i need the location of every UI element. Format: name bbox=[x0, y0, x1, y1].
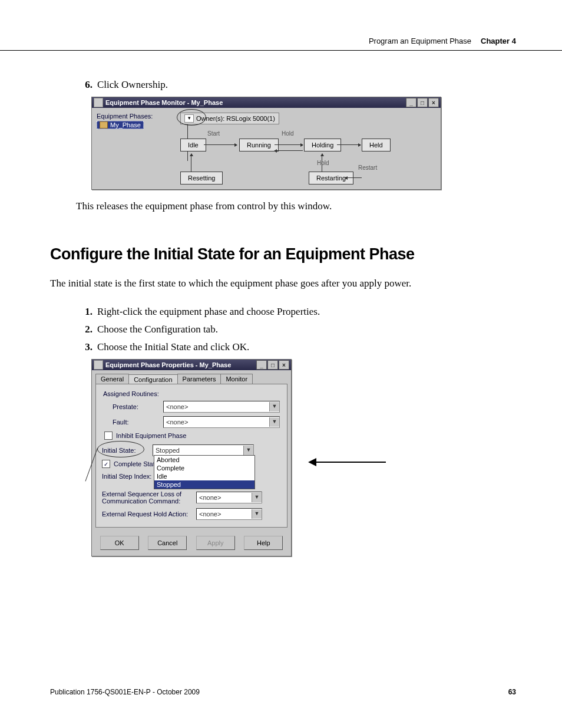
label-hold2: Hold bbox=[317, 160, 329, 166]
step-2-text: Choose the Configuration tab. bbox=[97, 324, 516, 335]
step-3-num: 3. bbox=[76, 341, 92, 353]
step-2: 2. Choose the Configuration tab. bbox=[76, 324, 516, 335]
complete-state-label: Complete State bbox=[114, 460, 158, 467]
option-complete[interactable]: Complete bbox=[154, 464, 254, 472]
fault-label: Fault: bbox=[103, 419, 163, 426]
initial-step-index-label: Initial Step Index: bbox=[102, 473, 162, 480]
dropdown-icon: ▼ bbox=[243, 446, 253, 455]
dropdown-icon: ▼ bbox=[269, 417, 279, 427]
cancel-button[interactable]: Cancel bbox=[148, 536, 187, 550]
maximize-button[interactable]: □ bbox=[267, 360, 278, 370]
tree-label: Equipment Phases: bbox=[97, 113, 172, 120]
close-button[interactable]: × bbox=[279, 360, 289, 370]
monitor-window-title: Equipment Phase Monitor - My_Phase bbox=[105, 99, 223, 106]
step-3-text: Choose the Initial State and click OK. bbox=[97, 341, 516, 353]
option-idle[interactable]: Idle bbox=[154, 472, 254, 480]
step-1-text: Right-click the equipment phase and choo… bbox=[97, 306, 516, 318]
callout-arrow bbox=[309, 462, 386, 463]
option-aborted[interactable]: Aborted bbox=[154, 456, 254, 464]
label-restart: Restart bbox=[358, 164, 377, 171]
step-6: 6. Click Ownership. bbox=[76, 79, 516, 91]
section-heading: Configure the Initial State for an Equip… bbox=[50, 245, 516, 263]
tab-configuration[interactable]: Configuration bbox=[128, 374, 177, 384]
state-resetting: Resetting bbox=[180, 172, 223, 185]
tree-item[interactable]: My_Phase bbox=[97, 121, 144, 129]
step-1: 1. Right-click the equipment phase and c… bbox=[76, 306, 516, 318]
monitor-window: Equipment Phase Monitor - My_Phase _ □ ×… bbox=[91, 97, 441, 190]
inhibit-checkbox[interactable] bbox=[104, 431, 113, 440]
dropdown-icon: ▼ bbox=[252, 493, 262, 502]
ext-loss-label: External Sequencer Loss of Communication… bbox=[102, 490, 196, 505]
step-1-num: 1. bbox=[76, 306, 92, 318]
close-button[interactable]: × bbox=[428, 98, 439, 107]
step-6-text: Click Ownership. bbox=[97, 79, 516, 91]
header-title: Program an Equipment Phase bbox=[369, 37, 471, 45]
step-6-num: 6. bbox=[76, 79, 92, 91]
label-hold: Hold bbox=[282, 130, 294, 137]
properties-window: Equipment Phase Properties - My_Phase _ … bbox=[91, 359, 292, 556]
ext-hold-label: External Request Hold Action: bbox=[102, 510, 196, 518]
prestate-label: Prestate: bbox=[103, 403, 163, 410]
step-2-num: 2. bbox=[76, 324, 92, 335]
phase-icon bbox=[100, 121, 108, 129]
window-icon bbox=[94, 98, 103, 107]
inhibit-label: Inhibit Equipment Phase bbox=[116, 432, 186, 439]
tab-parameters[interactable]: Parameters bbox=[177, 374, 222, 384]
state-held: Held bbox=[362, 139, 391, 151]
dropdown-icon: ▼ bbox=[252, 509, 262, 519]
apply-button[interactable]: Apply bbox=[196, 536, 235, 550]
tab-monitor[interactable]: Monitor bbox=[220, 374, 253, 384]
maximize-button[interactable]: □ bbox=[417, 98, 428, 107]
state-holding: Holding bbox=[304, 139, 341, 151]
tab-general[interactable]: General bbox=[95, 374, 129, 384]
page-number: 63 bbox=[508, 688, 516, 696]
publication-info: Publication 1756-QS001E-EN-P - October 2… bbox=[50, 688, 200, 696]
tree-item-label: My_Phase bbox=[110, 121, 141, 129]
assigned-routines-label: Assigned Routines: bbox=[103, 390, 280, 397]
header-chapter: Chapter 4 bbox=[481, 37, 516, 45]
fault-combo[interactable]: <none> ▼ bbox=[163, 416, 280, 428]
label-start: Start bbox=[207, 130, 220, 137]
state-idle: Idle bbox=[180, 139, 206, 151]
ext-hold-combo[interactable]: <none> ▼ bbox=[196, 508, 262, 520]
dropdown-icon: ▼ bbox=[269, 402, 279, 411]
prestate-combo[interactable]: <none> ▼ bbox=[163, 401, 280, 413]
step-3: 3. Choose the Initial State and click OK… bbox=[76, 341, 516, 353]
minimize-button[interactable]: _ bbox=[406, 98, 416, 107]
initial-state-value: Stopped bbox=[153, 447, 243, 454]
inhibit-checkbox-row[interactable]: Inhibit Equipment Phase bbox=[104, 431, 280, 440]
ok-button[interactable]: OK bbox=[100, 536, 139, 550]
state-running: Running bbox=[239, 139, 279, 151]
properties-window-title: Equipment Phase Properties - My_Phase bbox=[105, 361, 231, 368]
initial-state-dropdown[interactable]: Aborted Complete Idle Stopped bbox=[154, 455, 255, 489]
fault-value: <none> bbox=[164, 419, 269, 426]
complete-state-checkbox[interactable]: ✓ bbox=[102, 460, 110, 468]
ext-hold-value: <none> bbox=[197, 510, 252, 518]
prestate-value: <none> bbox=[164, 403, 269, 410]
minimize-button[interactable]: _ bbox=[256, 360, 267, 370]
window-icon bbox=[94, 360, 103, 370]
release-text: This releases the equipment phase from c… bbox=[76, 200, 516, 212]
intro-text: The initial state is the first state to … bbox=[50, 278, 516, 289]
ext-loss-value: <none> bbox=[197, 494, 252, 501]
ownership-label: Owner(s): RSLogix 5000(1) bbox=[196, 115, 275, 122]
ext-loss-combo[interactable]: <none> ▼ bbox=[196, 492, 262, 503]
help-button[interactable]: Help bbox=[244, 536, 283, 550]
initial-state-combo[interactable]: Stopped ▼ bbox=[153, 444, 254, 456]
option-stopped[interactable]: Stopped bbox=[154, 480, 254, 489]
